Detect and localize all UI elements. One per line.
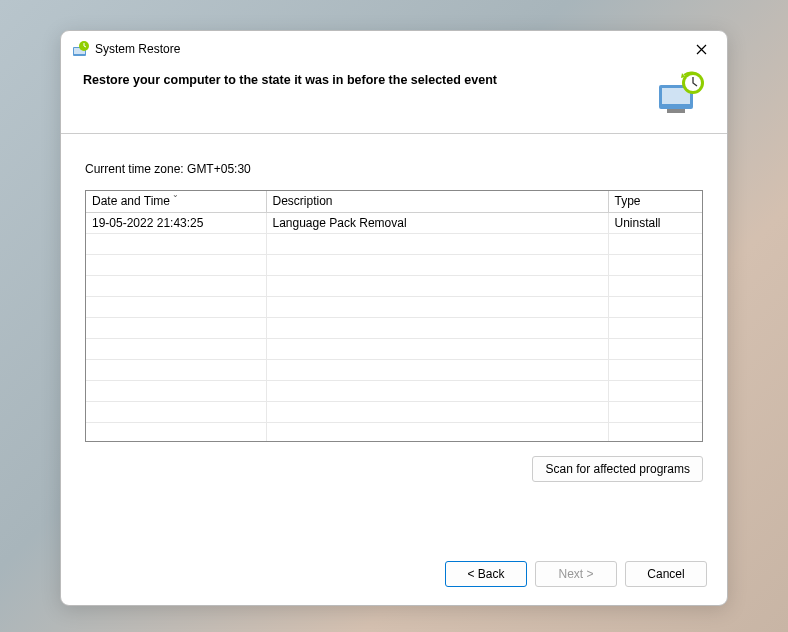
- cell-date: [86, 422, 266, 442]
- content-area: Current time zone: GMT+05:30 Date and Ti…: [61, 134, 727, 547]
- table-row: [86, 296, 702, 317]
- cell-date: [86, 233, 266, 254]
- cell-description: [266, 296, 608, 317]
- system-restore-window: System Restore Restore your computer to …: [60, 30, 728, 606]
- table-row: [86, 401, 702, 422]
- table-row: [86, 317, 702, 338]
- column-date-label: Date and Time: [92, 194, 170, 208]
- cell-type: [608, 254, 702, 275]
- cell-type: Uninstall: [608, 212, 702, 233]
- cell-type: [608, 380, 702, 401]
- scan-affected-programs-button[interactable]: Scan for affected programs: [532, 456, 703, 482]
- cell-date: [86, 401, 266, 422]
- cell-type: [608, 275, 702, 296]
- cell-date: 19-05-2022 21:43:25: [86, 212, 266, 233]
- table-row: [86, 338, 702, 359]
- cell-description: [266, 422, 608, 442]
- table-header-row: Date and Time ⌄ Description Type: [86, 191, 702, 212]
- cell-description: Language Pack Removal: [266, 212, 608, 233]
- cell-type: [608, 422, 702, 442]
- back-button[interactable]: < Back: [445, 561, 527, 587]
- wizard-header: Restore your computer to the state it wa…: [61, 63, 727, 134]
- column-description[interactable]: Description: [266, 191, 608, 212]
- close-button[interactable]: [687, 38, 715, 60]
- cell-description: [266, 317, 608, 338]
- cell-date: [86, 380, 266, 401]
- table-row: [86, 275, 702, 296]
- cell-type: [608, 338, 702, 359]
- table-row: [86, 233, 702, 254]
- cell-description: [266, 233, 608, 254]
- cell-description: [266, 380, 608, 401]
- cell-type: [608, 233, 702, 254]
- table-row[interactable]: 19-05-2022 21:43:25Language Pack Removal…: [86, 212, 702, 233]
- table-row: [86, 254, 702, 275]
- cell-date: [86, 254, 266, 275]
- table-row: [86, 422, 702, 442]
- scan-row: Scan for affected programs: [85, 456, 703, 482]
- cell-date: [86, 317, 266, 338]
- cell-description: [266, 254, 608, 275]
- system-restore-icon: [73, 41, 89, 57]
- cell-date: [86, 275, 266, 296]
- cell-date: [86, 338, 266, 359]
- table-row: [86, 380, 702, 401]
- timezone-label: Current time zone: GMT+05:30: [85, 162, 703, 176]
- window-title: System Restore: [95, 42, 687, 56]
- cell-type: [608, 296, 702, 317]
- cell-description: [266, 338, 608, 359]
- svg-rect-5: [667, 109, 685, 113]
- column-date-time[interactable]: Date and Time ⌄: [86, 191, 266, 212]
- table-row: [86, 359, 702, 380]
- next-button[interactable]: Next >: [535, 561, 617, 587]
- cell-type: [608, 401, 702, 422]
- cancel-button[interactable]: Cancel: [625, 561, 707, 587]
- cell-description: [266, 359, 608, 380]
- cell-type: [608, 359, 702, 380]
- restore-points-table[interactable]: Date and Time ⌄ Description Type 19-05-2…: [85, 190, 703, 442]
- cell-type: [608, 317, 702, 338]
- cell-date: [86, 296, 266, 317]
- cell-date: [86, 359, 266, 380]
- column-type[interactable]: Type: [608, 191, 702, 212]
- cell-description: [266, 401, 608, 422]
- page-heading: Restore your computer to the state it wa…: [83, 71, 645, 87]
- wizard-footer: < Back Next > Cancel: [61, 547, 727, 605]
- cell-description: [266, 275, 608, 296]
- titlebar: System Restore: [61, 31, 727, 63]
- restore-large-icon: [657, 71, 705, 115]
- sort-desc-icon: ⌄: [172, 190, 179, 199]
- close-icon: [696, 44, 707, 55]
